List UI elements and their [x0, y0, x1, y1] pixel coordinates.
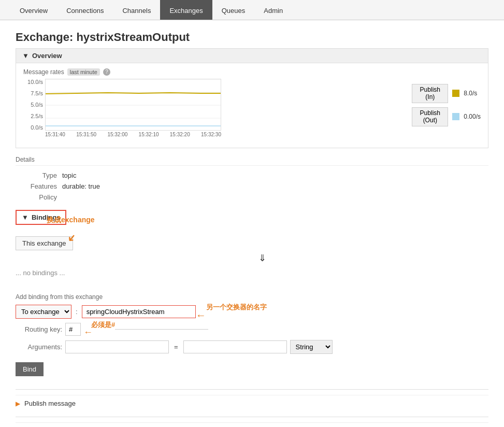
- to-exchange-select-wrap: To exchange To queue: [16, 305, 71, 319]
- to-exchange-select[interactable]: To exchange To queue: [16, 305, 71, 318]
- routing-key-row: Routing key: 必须是# ←: [16, 323, 488, 336]
- features-label: Features: [16, 182, 57, 190]
- x-label-0: 15:31:40: [45, 132, 65, 137]
- nav-channels[interactable]: Channels: [113, 0, 160, 20]
- x-label-3: 15:32:10: [139, 132, 159, 137]
- chart-legend: Publish (In) 8.0/s Publish (Out) 0.00/s: [412, 79, 481, 126]
- publish-in-button[interactable]: Publish (In): [412, 84, 448, 103]
- help-icon[interactable]: ?: [103, 68, 110, 76]
- exchange-name-input[interactable]: [82, 305, 196, 318]
- x-label-4: 15:32:20: [170, 132, 190, 137]
- equals-separator: =: [174, 343, 178, 351]
- publish-in-value: 8.0/s: [464, 90, 477, 97]
- exchange-input-wrap: 另一个交换器的名字 ←: [82, 305, 196, 318]
- routing-key-label: Routing key:: [16, 325, 62, 333]
- nav-connections[interactable]: Connections: [57, 0, 113, 20]
- no-bindings-text: ... no bindings ...: [16, 266, 488, 280]
- nav-queues[interactable]: Queues: [212, 0, 255, 20]
- annotation-exchange-name-arrow: ←: [196, 309, 206, 321]
- divider-1: [16, 389, 488, 390]
- add-binding-title: Add binding from this exchange: [16, 293, 488, 301]
- y-label-0: 10.0/s: [23, 79, 43, 85]
- overview-header[interactable]: ▼ Overview: [16, 49, 488, 63]
- arguments-value-input[interactable]: [183, 340, 287, 353]
- bindings-collapse-icon: ▼: [22, 214, 28, 221]
- x-label-2: 15:32:00: [107, 132, 127, 137]
- routing-line: [115, 329, 208, 330]
- type-label: Type: [16, 172, 57, 179]
- last-minute-badge[interactable]: last minute: [67, 68, 100, 76]
- overview-collapse-icon: ▼: [22, 52, 29, 60]
- page-title: Exchange: hystrixStreamOutput: [16, 31, 488, 44]
- publish-out-button[interactable]: Publish (Out): [412, 107, 448, 126]
- arguments-row: Arguments: = String Integer Boolean: [16, 340, 488, 354]
- top-nav: Overview Connections Channels Exchanges …: [0, 0, 504, 20]
- publish-in-color-icon: [452, 90, 459, 97]
- y-label-2: 5.0/s: [23, 102, 43, 108]
- chart-wrap: 10.0/s 7.5/s 5.0/s 2.5/s 0.0/s: [23, 79, 401, 131]
- delete-exchange-section[interactable]: ▶ Delete this exchange: [16, 422, 488, 427]
- y-axis: 10.0/s 7.5/s 5.0/s 2.5/s 0.0/s: [23, 79, 43, 131]
- legend-item-publish-out: Publish (Out) 0.00/s: [412, 107, 481, 126]
- annotation-routing-arrow: ←: [83, 327, 93, 338]
- details-table: Type topic Features durable: true Policy: [16, 170, 488, 203]
- chart-svg: [45, 79, 221, 131]
- down-arrow-icon: ⇓: [36, 250, 488, 266]
- details-section: Details Type topic Features durable: tru…: [16, 156, 488, 203]
- routing-key-input[interactable]: [65, 323, 81, 336]
- message-rates-text: Message rates: [23, 68, 64, 76]
- x-axis: 15:31:40 15:31:50 15:32:00 15:32:10 15:3…: [23, 132, 221, 137]
- policy-label: Policy: [16, 193, 57, 201]
- features-value: durable: true: [62, 182, 100, 190]
- add-binding-section: Add binding from this exchange To exchan…: [16, 293, 488, 376]
- publish-out-value: 0.00/s: [464, 113, 481, 120]
- message-rates-row: Message rates last minute ?: [23, 68, 481, 76]
- publish-message-arrow-icon: ▶: [16, 400, 20, 407]
- chart-container: 10.0/s 7.5/s 5.0/s 2.5/s 0.0/s: [23, 79, 401, 137]
- publish-message-label: Publish message: [24, 400, 76, 407]
- publish-message-section[interactable]: ▶ Publish message: [16, 395, 488, 411]
- type-value: topic: [62, 172, 76, 179]
- overview-body: Message rates last minute ? 10.0/s 7.5/s…: [16, 63, 488, 148]
- divider-2: [16, 417, 488, 417]
- y-label-4: 0.0/s: [23, 124, 43, 131]
- x-label-5: 15:32:30: [201, 132, 221, 137]
- details-row-type: Type topic: [16, 170, 488, 181]
- arguments-label: Arguments:: [16, 343, 62, 351]
- details-row-features: Features durable: true: [16, 181, 488, 192]
- colon-separator: :: [76, 308, 78, 316]
- overview-panel: ▼ Overview Message rates last minute ? 1…: [16, 48, 488, 148]
- details-row-policy: Policy: [16, 192, 488, 203]
- annotation-routing: 必须是#: [91, 320, 115, 330]
- y-label-1: 7.5/s: [23, 90, 43, 96]
- legend-item-publish-in: Publish (In) 8.0/s: [412, 84, 481, 103]
- bind-button[interactable]: Bind: [16, 362, 44, 376]
- arguments-key-input[interactable]: [65, 340, 169, 353]
- to-exchange-row: To exchange To queue : 另一个交换器的名字 ←: [16, 305, 488, 319]
- overview-label: Overview: [32, 52, 62, 60]
- arguments-type-select[interactable]: String Integer Boolean: [290, 340, 333, 354]
- details-title: Details: [16, 156, 488, 166]
- this-exchange-wrap: This exchange 换成exchange ➜: [16, 236, 73, 250]
- nav-admin[interactable]: Admin: [254, 0, 292, 20]
- annotation-exchange: 换成exchange: [47, 216, 95, 225]
- nav-exchanges[interactable]: Exchanges: [160, 0, 212, 20]
- this-exchange-button[interactable]: This exchange: [16, 236, 73, 250]
- bindings-body: This exchange 换成exchange ➜ ⇓ ... no bind…: [16, 231, 488, 285]
- nav-overview[interactable]: Overview: [10, 0, 57, 20]
- x-label-1: 15:31:50: [76, 132, 96, 137]
- annotation-exchange-name: 另一个交换器的名字: [206, 303, 267, 312]
- routing-key-input-wrap: 必须是# ←: [65, 323, 81, 336]
- y-label-3: 2.5/s: [23, 113, 43, 119]
- page-content: Exchange: hystrixStreamOutput ▼ Overview…: [0, 20, 504, 427]
- chart-area: 10.0/s 7.5/s 5.0/s 2.5/s 0.0/s: [23, 79, 481, 137]
- publish-out-color-icon: [452, 113, 459, 120]
